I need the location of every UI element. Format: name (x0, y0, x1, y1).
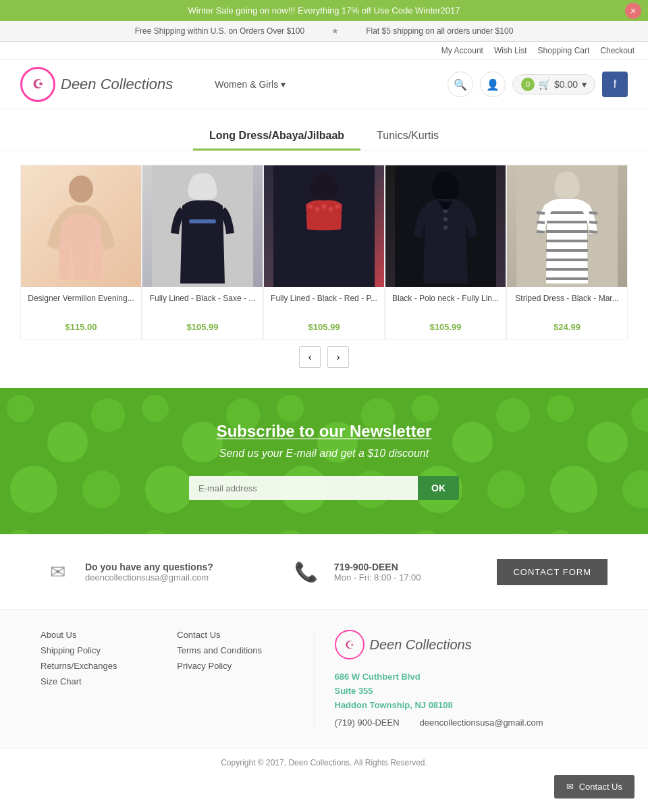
footer-logo-text: Deen Collections (370, 637, 472, 653)
newsletter-form: OK (189, 476, 459, 500)
svg-rect-4 (189, 219, 216, 223)
product-price-4: $24.99 (512, 322, 622, 332)
product-info-0: Designer Vermilion Evening... $115.00 (21, 287, 141, 339)
product-name-1: Fully Lined - Black - Saxe - ... (148, 294, 257, 318)
product-card[interactable]: Fully Lined - Black - Red - P... $105.99 (263, 165, 385, 340)
footer-link-size[interactable]: Size Chart (40, 676, 177, 686)
product-name-4: Striped Dress - Black - Mar... (512, 294, 622, 318)
shipping-text-left: Free Shipping within U.S. on Orders Over… (128, 26, 311, 36)
contact-email-details: Do you have any questions? deencollectio… (85, 562, 213, 583)
svg-line-28 (537, 222, 545, 223)
product-image-3 (385, 165, 506, 287)
product-info-1: Fully Lined - Black - Saxe - ... $105.99 (142, 287, 263, 339)
checkout-link[interactable]: Checkout (600, 46, 634, 55)
product-image-4 (507, 165, 627, 287)
product-card[interactable]: Striped Dress - Black - Mar... $24.99 (506, 165, 628, 340)
product-info-4: Striped Dress - Black - Mar... $24.99 (507, 287, 627, 339)
product-card[interactable]: Fully Lined - Black - Saxe - ... $105.99 (142, 165, 263, 340)
top-nav: My Account Wish List Shopping Cart Check… (0, 42, 648, 60)
contact-hours-value: Mon - Fri: 8:00 - 17:00 (334, 572, 421, 583)
product-info-3: Black - Polo neck - Fully Lin... $105.99 (385, 287, 506, 339)
product-price-0: $115.00 (26, 322, 136, 332)
newsletter-email-input[interactable] (189, 476, 418, 500)
product-image-0 (21, 165, 141, 287)
svg-rect-11 (335, 205, 340, 209)
banner-close-button[interactable]: × (625, 3, 641, 19)
contact-form-button[interactable]: CONTACT FORM (497, 559, 608, 585)
product-card[interactable]: Black - Polo neck - Fully Lin... $105.99 (385, 165, 506, 340)
shipping-text-right: Flat $5 shipping on all orders under $10… (359, 26, 520, 36)
header: ☪ Deen Collections Women & Girls ▾ 🔍 👤 0… (0, 60, 648, 109)
contact-question-label: Do you have any questions? (85, 562, 213, 572)
cart-price: $0.00 (554, 79, 578, 90)
footer-address-line2: Suite 355 (335, 684, 608, 699)
contact-email-item: ✉ Do you have any questions? deencollect… (40, 555, 213, 589)
newsletter-submit-button[interactable]: OK (418, 476, 459, 500)
account-button[interactable]: 👤 (480, 72, 506, 97)
footer-link-contact[interactable]: Contact Us (177, 630, 313, 640)
facebook-button[interactable]: f (602, 72, 628, 97)
footer-address: 686 W Cuthbert Blvd Suite 355 Haddon Tow… (335, 670, 608, 712)
footer-link-privacy[interactable]: Privacy Policy (177, 661, 313, 671)
top-banner: Winter Sale going on now!!! Everything 1… (0, 0, 648, 21)
svg-point-16 (443, 225, 448, 229)
footer-brand-col: ☪ Deen Collections 686 W Cuthbert Blvd S… (314, 630, 608, 728)
carousel-prev-button[interactable]: ‹ (299, 346, 321, 368)
logo-text: Deen Collections (61, 76, 173, 93)
svg-point-15 (443, 217, 448, 221)
wish-list-link[interactable]: Wish List (494, 46, 527, 55)
footer-logo: ☪ Deen Collections (335, 630, 608, 659)
svg-rect-10 (329, 207, 333, 211)
footer-link-returns[interactable]: Returns/Exchanges (40, 661, 177, 671)
newsletter-subtitle: Send us your E-mail and get a $10 discou… (14, 448, 634, 460)
products-row: Designer Vermilion Evening... $115.00 (20, 165, 628, 340)
carousel-next-button[interactable]: › (327, 346, 349, 368)
newsletter-title: Subscribe to our Newsletter (14, 422, 634, 441)
banner-text: Winter Sale going on now!!! Everything 1… (188, 5, 460, 16)
footer-links: About Us Shipping Policy Returns/Exchang… (0, 609, 648, 748)
shipping-sep: ★ (325, 26, 346, 36)
footer-contact-grid: (719) 900-DEEN deencollectionsusa@gmail.… (335, 718, 608, 728)
search-button[interactable]: 🔍 (448, 72, 473, 97)
chevron-down-icon: ▾ (582, 79, 587, 90)
cart-icon: 🛒 (539, 79, 550, 90)
product-info-2: Fully Lined - Black - Red - P... $105.99 (264, 287, 384, 339)
tab-long-dress[interactable]: Long Dress/Abaya/Jilbaab (193, 123, 360, 151)
email-icon: ✉ (40, 555, 74, 589)
footer-link-terms[interactable]: Terms and Conditions (177, 645, 313, 655)
contact-info-section: ✉ Do you have any questions? deencollect… (0, 534, 648, 609)
products-section: Designer Vermilion Evening... $115.00 (0, 151, 648, 388)
women-girls-nav[interactable]: Women & Girls ▾ (207, 75, 294, 94)
product-card[interactable]: Designer Vermilion Evening... $115.00 (20, 165, 142, 340)
chevron-down-icon: ▾ (281, 79, 286, 90)
product-price-3: $105.99 (391, 322, 500, 332)
shopping-cart-link[interactable]: Shopping Cart (538, 46, 590, 55)
svg-line-27 (537, 213, 545, 213)
tab-tunics[interactable]: Tunics/Kurtis (360, 123, 455, 151)
product-image-1 (142, 165, 263, 287)
svg-rect-9 (322, 205, 326, 209)
footer-col-1: About Us Shipping Policy Returns/Exchang… (40, 630, 177, 728)
product-price-1: $105.99 (148, 322, 257, 332)
cart-button[interactable]: 0 🛒 $0.00 ▾ (512, 74, 595, 94)
floating-contact-button[interactable]: ✉ Contact Us (554, 775, 634, 777)
header-actions: 🔍 👤 0 🛒 $0.00 ▾ f (448, 72, 628, 97)
logo-area: ☪ Deen Collections (20, 67, 173, 102)
newsletter-section: Subscribe to our Newsletter Send us your… (0, 388, 648, 534)
copyright-text: Copyright © 2017, Deen Collections. All … (221, 758, 427, 767)
logo-icon: ☪ (20, 67, 55, 102)
svg-line-32 (589, 232, 597, 232)
svg-line-29 (537, 232, 545, 232)
my-account-link[interactable]: My Account (441, 46, 483, 55)
product-name-2: Fully Lined - Black - Red - P... (269, 294, 379, 318)
cart-count: 0 (521, 78, 535, 91)
contact-phone-details: 719-900-DEEN Mon - Fri: 8:00 - 17:00 (334, 562, 421, 583)
footer-logo-icon: ☪ (335, 630, 364, 659)
footer-link-shipping[interactable]: Shipping Policy (40, 645, 177, 655)
nav-menu: Women & Girls ▾ (207, 75, 294, 94)
svg-line-31 (589, 222, 597, 223)
contact-phone-item: 📞 719-900-DEEN Mon - Fri: 8:00 - 17:00 (290, 555, 421, 589)
phone-icon: 📞 (290, 555, 323, 589)
footer-link-about[interactable]: About Us (40, 630, 177, 640)
svg-line-30 (589, 213, 597, 213)
